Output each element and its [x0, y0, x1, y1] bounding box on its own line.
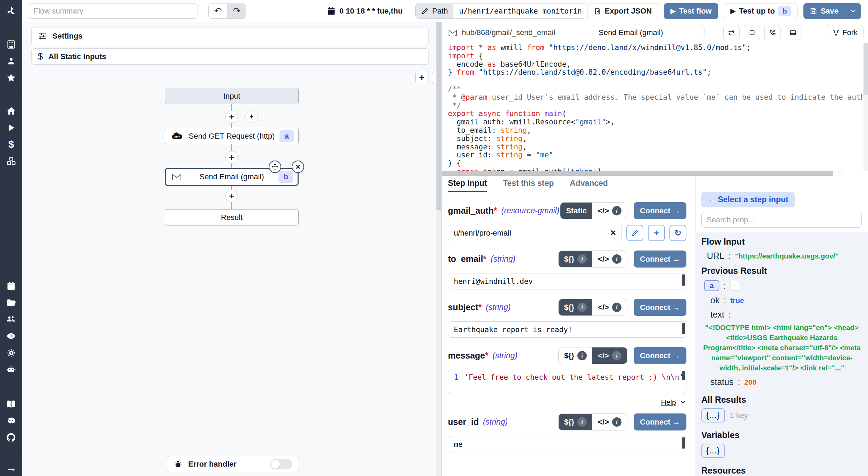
info-icon[interactable]: i	[612, 417, 621, 427]
text-value[interactable]: "<!DOCTYPE html> <html lang="en"> <head>…	[702, 322, 862, 373]
mode-template[interactable]: ${}i	[559, 299, 592, 315]
connect-button[interactable]: Connect →	[634, 299, 686, 316]
to-email-input[interactable]	[448, 273, 686, 289]
connect-button[interactable]: Connect →	[634, 251, 686, 268]
connect-button[interactable]: Connect →	[634, 413, 686, 430]
select-step-input-button[interactable]: ← Select a step input	[701, 192, 795, 207]
info-icon[interactable]: i	[577, 417, 587, 427]
error-handler-row[interactable]: Error handler	[167, 456, 299, 472]
mode-javascript[interactable]: </>i	[592, 251, 627, 267]
move-step-button[interactable]	[269, 161, 281, 173]
mode-template[interactable]: ${}i	[559, 251, 592, 267]
collapsed-value-chip[interactable]: -	[730, 281, 740, 291]
mode-template[interactable]: ${}i	[559, 414, 592, 430]
flow-summary-input[interactable]	[28, 3, 198, 19]
info-icon[interactable]: i	[577, 254, 587, 264]
flow-node-input[interactable]: Input	[165, 88, 299, 104]
info-icon[interactable]: i	[612, 303, 621, 312]
code-vertical-scrollbar[interactable]	[863, 43, 868, 171]
user-icon[interactable]	[0, 53, 22, 69]
favorites-star-icon[interactable]	[0, 69, 22, 86]
all-results-expand-chip[interactable]: {...}	[701, 408, 725, 422]
message-code-editor[interactable]: 1 'Feel free to check out the latest rep…	[448, 370, 686, 394]
schedule-display[interactable]: 0 10 18 * * tue,thu	[327, 7, 402, 16]
edit-resource-button[interactable]	[626, 225, 643, 241]
flow-panel-scrollbar[interactable]	[436, 22, 441, 476]
schedules-calendar-icon[interactable]	[0, 278, 22, 294]
fork-button[interactable]: Fork	[827, 25, 863, 40]
phone-incoming-button[interactable]	[764, 25, 781, 40]
flow-node-result[interactable]: Result	[165, 209, 299, 225]
connect-button[interactable]: Connect →	[634, 347, 686, 364]
insert-step-button[interactable]: +	[225, 110, 238, 123]
result-status-row[interactable]: status : 200	[710, 377, 862, 387]
tab-advanced[interactable]: Advanced	[570, 176, 608, 192]
step-a-chip[interactable]: a	[704, 280, 719, 291]
clear-resource-button[interactable]: ×	[605, 228, 621, 238]
mode-javascript[interactable]: </>i	[592, 347, 627, 364]
result-a-row[interactable]: a : -	[704, 280, 862, 291]
variables-dollar-icon[interactable]: $	[0, 136, 22, 153]
runs-play-icon[interactable]	[0, 119, 22, 136]
subject-input[interactable]	[448, 322, 686, 337]
info-icon[interactable]: i	[612, 351, 621, 360]
test-flow-button[interactable]: ▶ Test flow	[664, 3, 718, 19]
step-summary-input[interactable]	[593, 25, 704, 40]
flow-node-http[interactable]: HTTP Send GET Request (http) a	[165, 128, 299, 144]
settings-gear-icon[interactable]	[0, 344, 22, 361]
collapse-arrow-icon[interactable]: →	[0, 459, 22, 476]
tab-test-this-step[interactable]: Test this step	[503, 176, 554, 192]
info-icon[interactable]: i	[577, 351, 587, 360]
flow-settings-button[interactable]: Settings	[31, 27, 429, 45]
info-icon[interactable]: i	[612, 254, 621, 264]
docs-book-icon[interactable]	[0, 396, 22, 412]
save-button[interactable]: Save	[803, 3, 845, 19]
test-up-to-button[interactable]: ▶ Test up to b	[724, 3, 798, 19]
user-id-input[interactable]	[448, 436, 686, 452]
trigger-bolt-button[interactable]	[245, 110, 258, 123]
insert-step-button[interactable]: +	[225, 190, 238, 202]
mode-javascript[interactable]: </>i	[592, 299, 627, 315]
all-static-inputs-button[interactable]: $ All Static Inputs	[31, 48, 429, 65]
mode-static[interactable]: Static	[560, 203, 592, 219]
workspace-icon[interactable]	[0, 36, 22, 53]
error-handler-toggle[interactable]	[270, 459, 292, 469]
swap-arrows-button[interactable]: ⇄	[723, 25, 740, 40]
mode-javascript[interactable]: </>i	[592, 414, 627, 430]
folders-icon[interactable]	[0, 294, 22, 311]
save-dropdown-button[interactable]	[845, 3, 861, 19]
path-chip[interactable]: Path u/henri/earthquake_monitorin	[415, 3, 587, 19]
hub-script-path[interactable]: hub/868/gmail/_send_email	[448, 28, 555, 37]
redo-button[interactable]: ↷	[227, 4, 246, 18]
zoom-in-button[interactable]: +	[415, 71, 428, 84]
code-editor[interactable]: import * as wmill from "https://deno.lan…	[442, 43, 868, 176]
resources-cubes-icon[interactable]	[0, 153, 22, 169]
discord-icon[interactable]	[0, 412, 22, 429]
windmill-logo-icon[interactable]	[0, 3, 22, 19]
groups-users-icon[interactable]	[0, 311, 22, 328]
result-text-row[interactable]: text :	[710, 310, 862, 320]
undo-button[interactable]: ↶	[209, 4, 227, 18]
info-icon[interactable]: i	[612, 206, 621, 215]
mode-javascript[interactable]: </>i	[592, 203, 627, 219]
connect-button[interactable]: Connect →	[634, 202, 686, 219]
dock-panel-button[interactable]	[785, 25, 801, 40]
add-resource-button[interactable]: +	[648, 225, 665, 241]
maximize-button[interactable]	[744, 25, 760, 40]
search-prop-input[interactable]	[701, 212, 862, 228]
variables-expand-chip[interactable]: {...}	[701, 444, 725, 458]
flow-input-url-row[interactable]: URL : "https://earthquake.usgs.gov/"	[707, 251, 862, 261]
refresh-resource-button[interactable]: ↻	[669, 225, 686, 241]
mode-template[interactable]: ${}i	[559, 347, 592, 364]
workers-robot-icon[interactable]	[0, 361, 22, 378]
info-icon[interactable]: i	[577, 303, 587, 312]
result-ok-row[interactable]: ok : true	[710, 295, 862, 305]
github-icon[interactable]	[0, 429, 22, 446]
home-icon[interactable]	[0, 102, 22, 119]
help-link[interactable]: Help	[661, 398, 676, 407]
gmail-auth-input[interactable]	[448, 225, 605, 241]
insert-step-button[interactable]: +	[225, 151, 238, 164]
export-json-button[interactable]: Export JSON	[587, 3, 659, 19]
audit-eye-icon[interactable]	[0, 328, 22, 344]
tab-step-input[interactable]: Step Input	[448, 176, 487, 192]
